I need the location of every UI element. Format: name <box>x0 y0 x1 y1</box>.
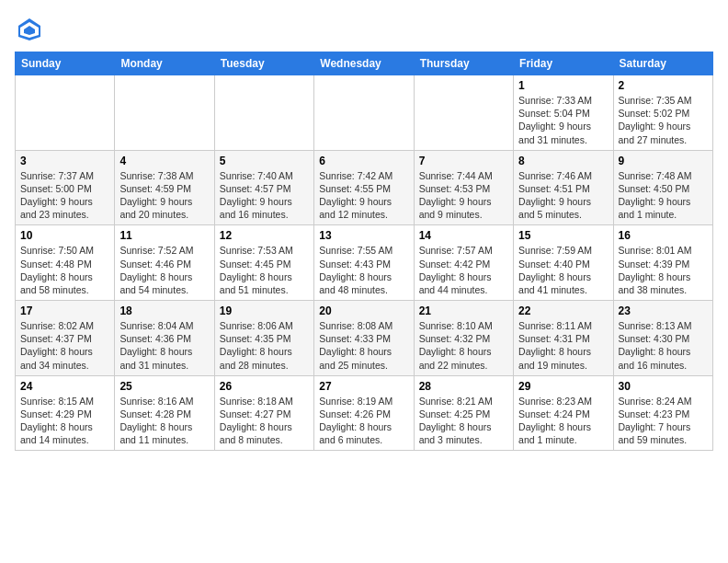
calendar-cell: 30Sunrise: 8:24 AMSunset: 4:23 PMDayligh… <box>613 375 712 451</box>
calendar-cell <box>314 75 414 151</box>
page-header <box>15 15 713 44</box>
calendar-cell: 10Sunrise: 7:50 AMSunset: 4:48 PMDayligh… <box>16 225 115 301</box>
weekday-header-friday: Friday <box>514 52 613 75</box>
calendar-cell <box>214 75 313 151</box>
day-number: 5 <box>220 155 309 167</box>
calendar-cell: 3Sunrise: 7:37 AMSunset: 5:00 PMDaylight… <box>16 150 115 225</box>
calendar-cell: 14Sunrise: 7:57 AMSunset: 4:42 PMDayligh… <box>414 225 513 301</box>
calendar-cell: 13Sunrise: 7:55 AMSunset: 4:43 PMDayligh… <box>314 225 414 301</box>
calendar-cell: 25Sunrise: 8:16 AMSunset: 4:28 PMDayligh… <box>115 375 214 451</box>
day-info: Sunrise: 7:44 AMSunset: 4:53 PMDaylight:… <box>419 169 508 222</box>
day-number: 1 <box>518 79 608 92</box>
day-number: 6 <box>319 155 408 167</box>
weekday-header-monday: Monday <box>115 52 214 75</box>
day-info: Sunrise: 8:04 AMSunset: 4:36 PMDaylight:… <box>119 319 209 372</box>
calendar-cell: 26Sunrise: 8:18 AMSunset: 4:27 PMDayligh… <box>214 375 313 451</box>
calendar-cell: 15Sunrise: 7:59 AMSunset: 4:40 PMDayligh… <box>514 225 613 301</box>
day-info: Sunrise: 7:37 AMSunset: 5:00 PMDaylight:… <box>20 169 109 222</box>
calendar-cell: 8Sunrise: 7:46 AMSunset: 4:51 PMDaylight… <box>514 150 613 225</box>
calendar-cell: 5Sunrise: 7:40 AMSunset: 4:57 PMDaylight… <box>214 150 313 225</box>
day-info: Sunrise: 7:40 AMSunset: 4:57 PMDaylight:… <box>220 169 309 222</box>
calendar-week-2: 3Sunrise: 7:37 AMSunset: 5:00 PMDaylight… <box>16 150 713 225</box>
day-info: Sunrise: 8:24 AMSunset: 4:23 PMDaylight:… <box>619 395 708 447</box>
day-number: 20 <box>319 304 408 317</box>
calendar-cell: 18Sunrise: 8:04 AMSunset: 4:36 PMDayligh… <box>115 301 214 376</box>
day-info: Sunrise: 7:48 AMSunset: 4:50 PMDaylight:… <box>619 169 708 222</box>
day-info: Sunrise: 8:18 AMSunset: 4:27 PMDaylight:… <box>220 395 309 447</box>
day-info: Sunrise: 7:38 AMSunset: 4:59 PMDaylight:… <box>119 169 209 222</box>
day-number: 16 <box>619 229 708 242</box>
calendar-cell: 1Sunrise: 7:33 AMSunset: 5:04 PMDaylight… <box>514 75 613 151</box>
day-info: Sunrise: 8:16 AMSunset: 4:28 PMDaylight:… <box>119 395 209 447</box>
calendar-cell: 7Sunrise: 7:44 AMSunset: 4:53 PMDaylight… <box>414 150 513 225</box>
day-number: 9 <box>619 155 708 167</box>
calendar-cell: 16Sunrise: 8:01 AMSunset: 4:39 PMDayligh… <box>613 225 712 301</box>
calendar-cell: 9Sunrise: 7:48 AMSunset: 4:50 PMDaylight… <box>613 150 712 225</box>
day-number: 17 <box>20 304 109 317</box>
day-number: 10 <box>20 229 109 242</box>
day-info: Sunrise: 8:02 AMSunset: 4:37 PMDaylight:… <box>20 319 109 372</box>
day-info: Sunrise: 8:01 AMSunset: 4:39 PMDaylight:… <box>619 244 708 296</box>
day-number: 30 <box>619 380 708 393</box>
weekday-header-saturday: Saturday <box>613 52 712 75</box>
day-info: Sunrise: 8:10 AMSunset: 4:32 PMDaylight:… <box>419 319 508 372</box>
day-number: 26 <box>220 380 309 393</box>
calendar-cell: 20Sunrise: 8:08 AMSunset: 4:33 PMDayligh… <box>314 301 414 376</box>
calendar-cell: 27Sunrise: 8:19 AMSunset: 4:26 PMDayligh… <box>314 375 414 451</box>
calendar-header-row: SundayMondayTuesdayWednesdayThursdayFrid… <box>16 52 713 75</box>
day-number: 22 <box>518 304 608 317</box>
day-info: Sunrise: 7:52 AMSunset: 4:46 PMDaylight:… <box>119 244 209 296</box>
day-info: Sunrise: 8:15 AMSunset: 4:29 PMDaylight:… <box>20 395 109 447</box>
day-number: 12 <box>220 229 309 242</box>
calendar-cell: 28Sunrise: 8:21 AMSunset: 4:25 PMDayligh… <box>414 375 513 451</box>
calendar-cell <box>16 75 115 151</box>
calendar-week-3: 10Sunrise: 7:50 AMSunset: 4:48 PMDayligh… <box>16 225 713 301</box>
day-info: Sunrise: 7:57 AMSunset: 4:42 PMDaylight:… <box>419 244 508 296</box>
day-info: Sunrise: 7:33 AMSunset: 5:04 PMDaylight:… <box>518 94 608 146</box>
calendar-cell: 2Sunrise: 7:35 AMSunset: 5:02 PMDaylight… <box>613 75 712 151</box>
calendar-week-4: 17Sunrise: 8:02 AMSunset: 4:37 PMDayligh… <box>16 301 713 376</box>
weekday-header-sunday: Sunday <box>16 52 115 75</box>
day-number: 27 <box>319 380 408 393</box>
day-info: Sunrise: 8:23 AMSunset: 4:24 PMDaylight:… <box>518 395 608 447</box>
day-number: 13 <box>319 229 408 242</box>
calendar-cell <box>115 75 214 151</box>
day-info: Sunrise: 7:35 AMSunset: 5:02 PMDaylight:… <box>619 94 708 146</box>
day-number: 23 <box>619 304 708 317</box>
day-info: Sunrise: 7:53 AMSunset: 4:45 PMDaylight:… <box>220 244 309 296</box>
calendar-week-1: 1Sunrise: 7:33 AMSunset: 5:04 PMDaylight… <box>16 75 713 151</box>
calendar-week-5: 24Sunrise: 8:15 AMSunset: 4:29 PMDayligh… <box>16 375 713 451</box>
calendar-cell <box>414 75 513 151</box>
calendar-cell: 22Sunrise: 8:11 AMSunset: 4:31 PMDayligh… <box>514 301 613 376</box>
calendar-cell: 29Sunrise: 8:23 AMSunset: 4:24 PMDayligh… <box>514 375 613 451</box>
day-number: 29 <box>518 380 608 393</box>
day-number: 14 <box>419 229 508 242</box>
calendar-cell: 19Sunrise: 8:06 AMSunset: 4:35 PMDayligh… <box>214 301 313 376</box>
weekday-header-tuesday: Tuesday <box>214 52 313 75</box>
calendar-cell: 4Sunrise: 7:38 AMSunset: 4:59 PMDaylight… <box>115 150 214 225</box>
day-number: 19 <box>220 304 309 317</box>
logo-icon <box>15 15 44 44</box>
day-number: 11 <box>119 229 209 242</box>
day-number: 4 <box>119 155 209 167</box>
day-number: 28 <box>419 380 508 393</box>
calendar-body: 1Sunrise: 7:33 AMSunset: 5:04 PMDaylight… <box>16 75 713 451</box>
day-info: Sunrise: 8:13 AMSunset: 4:30 PMDaylight:… <box>619 319 708 372</box>
calendar-cell: 24Sunrise: 8:15 AMSunset: 4:29 PMDayligh… <box>16 375 115 451</box>
calendar-cell: 23Sunrise: 8:13 AMSunset: 4:30 PMDayligh… <box>613 301 712 376</box>
day-info: Sunrise: 8:11 AMSunset: 4:31 PMDaylight:… <box>518 319 608 372</box>
logo <box>15 15 48 44</box>
calendar-table: SundayMondayTuesdayWednesdayThursdayFrid… <box>15 52 713 451</box>
calendar-cell: 17Sunrise: 8:02 AMSunset: 4:37 PMDayligh… <box>16 301 115 376</box>
calendar-cell: 11Sunrise: 7:52 AMSunset: 4:46 PMDayligh… <box>115 225 214 301</box>
weekday-header-thursday: Thursday <box>414 52 513 75</box>
calendar-cell: 12Sunrise: 7:53 AMSunset: 4:45 PMDayligh… <box>214 225 313 301</box>
day-info: Sunrise: 7:50 AMSunset: 4:48 PMDaylight:… <box>20 244 109 296</box>
day-info: Sunrise: 7:46 AMSunset: 4:51 PMDaylight:… <box>518 169 608 222</box>
weekday-header-wednesday: Wednesday <box>314 52 414 75</box>
day-number: 25 <box>119 380 209 393</box>
day-number: 2 <box>619 79 708 92</box>
day-info: Sunrise: 8:21 AMSunset: 4:25 PMDaylight:… <box>419 395 508 447</box>
calendar-cell: 21Sunrise: 8:10 AMSunset: 4:32 PMDayligh… <box>414 301 513 376</box>
day-number: 15 <box>518 229 608 242</box>
